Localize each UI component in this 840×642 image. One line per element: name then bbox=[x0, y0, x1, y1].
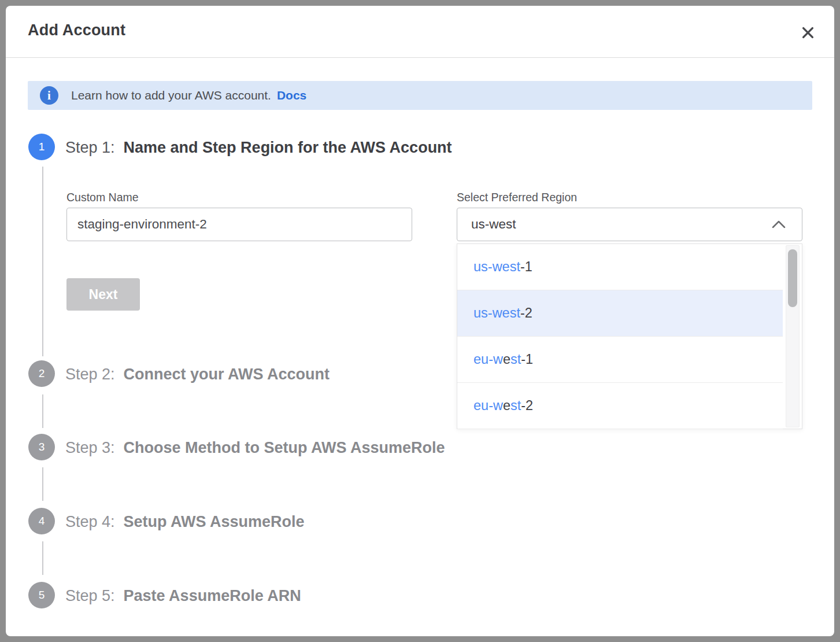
option-text-segment: -1 bbox=[521, 352, 533, 367]
info-icon: i bbox=[40, 86, 58, 105]
step-2-number: 2 bbox=[39, 367, 45, 380]
custom-name-label: Custom Name bbox=[66, 191, 139, 204]
close-button[interactable] bbox=[797, 22, 818, 43]
option-text-segment: st bbox=[510, 352, 521, 367]
region-label: Select Preferred Region bbox=[457, 191, 577, 204]
info-banner: i Learn how to add your AWS account. Doc… bbox=[28, 81, 812, 110]
region-option-eu-west-2[interactable]: eu-west-2 bbox=[457, 383, 783, 429]
step-4-prefix: Step 4: bbox=[65, 513, 115, 531]
page-title: Add Account bbox=[28, 21, 125, 39]
option-text-segment: us-west bbox=[473, 305, 520, 321]
option-text-segment: -2 bbox=[520, 305, 532, 321]
region-select[interactable]: us-west bbox=[457, 208, 802, 241]
step-4-title: Setup AWS AssumeRole bbox=[124, 513, 305, 531]
step-connector bbox=[42, 394, 43, 428]
add-account-modal: Add Account i Learn how to add your AWS … bbox=[6, 6, 834, 636]
region-option-us-west-2[interactable]: us-west-2 bbox=[457, 290, 783, 337]
step-3-title: Choose Method to Setup AWS AssumeRole bbox=[124, 439, 445, 457]
step-4-number: 4 bbox=[39, 515, 45, 527]
step-2-prefix: Step 2: bbox=[65, 366, 115, 383]
option-text-segment: e bbox=[503, 398, 510, 414]
step-2-title: Connect your AWS Account bbox=[124, 366, 330, 383]
step-3-indicator: 3 bbox=[28, 434, 55, 460]
step-4-indicator: 4 bbox=[28, 508, 55, 534]
option-text-segment: -1 bbox=[520, 259, 532, 275]
step-2-indicator: 2 bbox=[28, 360, 55, 387]
step-3-heading: Step 3: Choose Method to Setup AWS Assum… bbox=[65, 437, 445, 459]
step-3-prefix: Step 3: bbox=[65, 439, 115, 457]
step-5-title: Paste AssumeRole ARN bbox=[124, 587, 301, 605]
option-text-segment: st bbox=[510, 398, 521, 414]
region-option-eu-west-1[interactable]: eu-west-1 bbox=[457, 337, 783, 383]
custom-name-input[interactable] bbox=[66, 208, 412, 241]
step-3-number: 3 bbox=[39, 441, 45, 453]
step-1-indicator: 1 bbox=[28, 134, 55, 160]
close-icon bbox=[800, 25, 816, 40]
step-5-heading: Step 5: Paste AssumeRole ARN bbox=[65, 585, 301, 607]
step-1-prefix: Step 1: bbox=[65, 139, 115, 157]
step-connector bbox=[42, 167, 43, 356]
region-dropdown: us-west-1 us-west-2 eu-west-1 eu-west-2 bbox=[457, 243, 802, 429]
step-5-number: 5 bbox=[39, 589, 45, 602]
option-text-segment: -2 bbox=[521, 398, 533, 414]
step-connector bbox=[42, 467, 43, 501]
banner-text: Learn how to add your AWS account. bbox=[71, 88, 271, 102]
step-2-heading: Step 2: Connect your AWS Account bbox=[65, 363, 330, 385]
option-text-segment: eu-w bbox=[473, 398, 503, 414]
step-5-prefix: Step 5: bbox=[65, 587, 115, 605]
option-text-segment: e bbox=[503, 352, 510, 367]
step-5-indicator: 5 bbox=[28, 582, 55, 608]
region-select-value: us-west bbox=[471, 217, 516, 232]
chevron-up-icon bbox=[772, 221, 786, 228]
step-1-heading: Step 1: Name and Step Region for the AWS… bbox=[65, 136, 452, 158]
dropdown-scrollbar-track[interactable] bbox=[786, 245, 800, 427]
step-4-heading: Step 4: Setup AWS AssumeRole bbox=[65, 511, 305, 533]
modal-header: Add Account bbox=[6, 6, 834, 58]
docs-link[interactable]: Docs bbox=[277, 88, 306, 102]
step-connector bbox=[42, 541, 43, 575]
option-text-segment: eu-w bbox=[473, 352, 503, 367]
next-button[interactable]: Next bbox=[66, 278, 140, 311]
dropdown-scrollbar-thumb[interactable] bbox=[788, 249, 797, 307]
step-1-title: Name and Step Region for the AWS Account bbox=[124, 139, 452, 157]
option-text-segment: us-west bbox=[473, 259, 520, 275]
step-1-number: 1 bbox=[39, 141, 45, 153]
region-option-us-west-1[interactable]: us-west-1 bbox=[457, 244, 783, 290]
